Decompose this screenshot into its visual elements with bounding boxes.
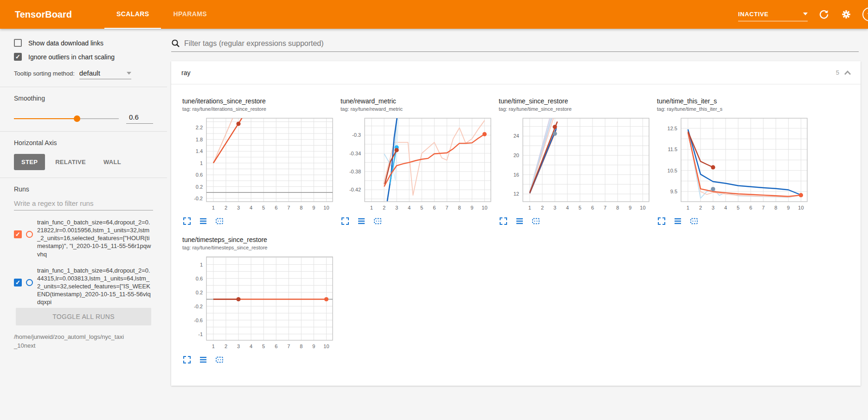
svg-text:-0.3: -0.3 bbox=[352, 132, 361, 138]
svg-text:5: 5 bbox=[262, 344, 265, 349]
svg-text:1: 1 bbox=[200, 160, 203, 166]
expand-chart-icon[interactable] bbox=[499, 216, 509, 227]
chart-tag: tag: ray/tune/time_this_iter_s bbox=[655, 105, 809, 115]
tab-scalars[interactable]: SCALARS bbox=[104, 0, 161, 29]
expand-chart-icon[interactable] bbox=[182, 216, 193, 227]
pin-card-icon[interactable] bbox=[215, 355, 225, 365]
svg-text:2: 2 bbox=[383, 205, 386, 210]
expand-chart-icon[interactable] bbox=[657, 216, 667, 227]
status-dropdown[interactable]: INACTIVE bbox=[738, 11, 808, 21]
svg-text:-0.6: -0.6 bbox=[194, 318, 203, 323]
series-marker bbox=[711, 187, 715, 191]
chart-plot[interactable]: -1-0.6-0.20.20.6112345678910 bbox=[180, 253, 336, 351]
svg-text:0.6: 0.6 bbox=[196, 172, 203, 178]
run-checkbox-icon[interactable] bbox=[14, 230, 22, 238]
chart-title: tune/time_this_iter_s bbox=[655, 97, 809, 105]
svg-text:1: 1 bbox=[212, 344, 215, 349]
svg-text:1: 1 bbox=[212, 205, 215, 210]
settings-gear-icon[interactable] bbox=[840, 8, 852, 20]
svg-text:5: 5 bbox=[737, 205, 739, 210]
svg-text:8: 8 bbox=[300, 205, 302, 210]
svg-text:7: 7 bbox=[287, 205, 290, 210]
log-directory-path: /home/junweid/zoo_automl_logs/nyc_taxi_1… bbox=[14, 333, 125, 350]
divider bbox=[0, 131, 167, 132]
chevron-down-icon bbox=[803, 13, 808, 15]
svg-text:5: 5 bbox=[579, 205, 581, 210]
help-icon[interactable]: ? bbox=[862, 7, 868, 21]
series-line bbox=[688, 133, 801, 197]
axis-step-button[interactable]: STEP bbox=[14, 154, 45, 170]
chart-card: tune/time_this_iter_stag: ray/tune/time_… bbox=[650, 91, 809, 229]
show-download-links-checkbox[interactable]: Show data download links bbox=[14, 39, 153, 47]
tab-hparams[interactable]: HPARAMS bbox=[161, 0, 219, 29]
smoothing-label: Smoothing bbox=[14, 95, 153, 102]
svg-text:4: 4 bbox=[250, 344, 252, 349]
axis-relative-button[interactable]: RELATIVE bbox=[48, 154, 93, 170]
run-radio-icon[interactable] bbox=[26, 231, 33, 238]
expand-chart-icon[interactable] bbox=[341, 216, 351, 227]
svg-text:10: 10 bbox=[798, 205, 804, 210]
chart-actions bbox=[339, 215, 492, 227]
svg-text:1: 1 bbox=[200, 262, 203, 267]
svg-text:9: 9 bbox=[312, 344, 315, 349]
svg-text:8: 8 bbox=[300, 344, 302, 349]
tooltip-sorting-value: default bbox=[79, 69, 100, 77]
svg-text:0.6: 0.6 bbox=[196, 276, 203, 281]
chart-card: tune/iterations_since_restoretag: ray/tu… bbox=[176, 91, 334, 229]
run-checkbox-icon[interactable] bbox=[14, 279, 22, 286]
svg-text:3: 3 bbox=[712, 205, 714, 210]
svg-text:10: 10 bbox=[482, 205, 487, 210]
chart-plot[interactable]: 9.510.511.512.512345678910 bbox=[655, 115, 811, 213]
expand-chart-icon[interactable] bbox=[182, 355, 193, 365]
chart-plot[interactable]: -0.42-0.38-0.34-0.312345678910 bbox=[339, 115, 495, 213]
refresh-icon[interactable] bbox=[818, 8, 830, 20]
pin-card-icon[interactable] bbox=[689, 216, 700, 227]
tooltip-sorting-dropdown[interactable]: default bbox=[79, 69, 131, 79]
axis-wall-button[interactable]: WALL bbox=[96, 154, 129, 170]
series-line bbox=[384, 121, 485, 195]
runs-list-icon[interactable] bbox=[357, 216, 367, 227]
svg-text:0.2: 0.2 bbox=[196, 184, 203, 190]
svg-text:8: 8 bbox=[774, 205, 777, 210]
chart-actions bbox=[497, 215, 650, 227]
runs-list-icon[interactable] bbox=[199, 355, 209, 365]
tag-group-header[interactable]: ray 5 bbox=[171, 61, 861, 84]
pin-card-icon[interactable] bbox=[373, 216, 383, 227]
run-radio-icon[interactable] bbox=[26, 279, 33, 286]
filter-tags-input[interactable] bbox=[184, 39, 859, 48]
pin-card-icon[interactable] bbox=[215, 216, 225, 227]
tag-group-name: ray bbox=[181, 69, 190, 76]
smoothing-slider-thumb[interactable] bbox=[74, 115, 80, 122]
svg-text:4: 4 bbox=[408, 205, 411, 210]
chart-tag: tag: ray/tune/time_since_restore bbox=[497, 105, 650, 115]
svg-text:11.5: 11.5 bbox=[668, 146, 677, 152]
runs-list-icon[interactable] bbox=[515, 216, 525, 227]
pin-card-icon[interactable] bbox=[531, 216, 541, 227]
svg-text:4: 4 bbox=[250, 205, 252, 210]
chart-plot[interactable]: -0.20.20.611.41.82.212345678910 bbox=[180, 115, 336, 213]
svg-text:9.5: 9.5 bbox=[670, 189, 677, 194]
chart-card: tune/reward_metrictag: ray/tune/reward_m… bbox=[334, 91, 492, 229]
app-title: TensorBoard bbox=[15, 9, 72, 20]
chart-plot[interactable]: 1216202412345678910 bbox=[497, 115, 653, 213]
toggle-all-runs-button[interactable]: TOGGLE ALL RUNS bbox=[16, 308, 151, 325]
svg-text:24: 24 bbox=[514, 133, 519, 139]
ignore-outliers-checkbox[interactable]: Ignore outliers in chart scaling bbox=[14, 53, 153, 61]
chart-title: tune/reward_metric bbox=[339, 97, 492, 105]
series-line bbox=[213, 117, 233, 163]
runs-list-icon[interactable] bbox=[199, 216, 209, 227]
svg-text:4: 4 bbox=[566, 205, 569, 210]
smoothing-slider-fill bbox=[14, 118, 77, 119]
svg-text:16: 16 bbox=[514, 172, 519, 178]
runs-label: Runs bbox=[14, 185, 153, 193]
smoothing-value[interactable]: 0.6 bbox=[126, 113, 153, 124]
runs-filter-input[interactable] bbox=[14, 195, 153, 210]
smoothing-slider[interactable] bbox=[14, 118, 119, 119]
svg-text:-0.42: -0.42 bbox=[349, 187, 361, 192]
run-item[interactable]: train_func_1_batch_size=64,dropout_2=0.4… bbox=[14, 262, 153, 310]
run-item[interactable]: train_func_0_batch_size=64,dropout_2=0.2… bbox=[14, 214, 153, 262]
tooltip-sorting-label: Tooltip sorting method: bbox=[14, 70, 75, 77]
chevron-up-icon[interactable] bbox=[844, 70, 851, 75]
runs-list-icon[interactable] bbox=[673, 216, 683, 227]
series-line bbox=[530, 118, 551, 192]
